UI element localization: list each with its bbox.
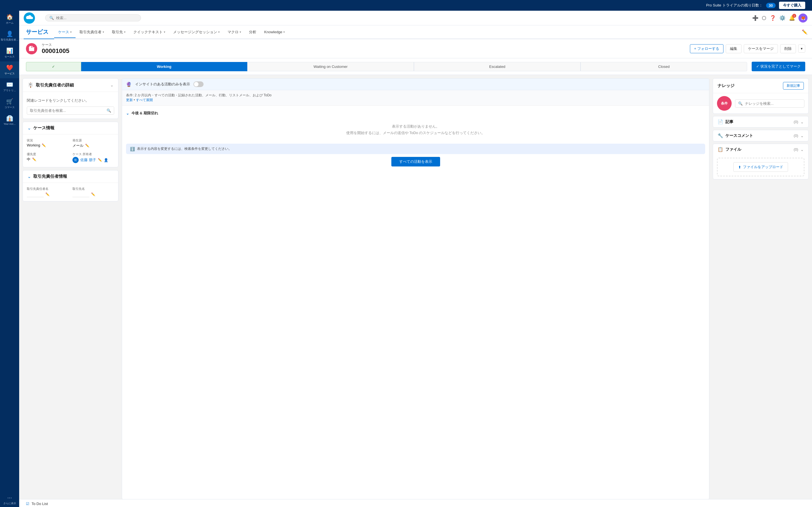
contact-info-title: 取引先責任者情報 [33, 174, 114, 179]
nav-item-accounts[interactable]: 取引先 ▾ [108, 27, 130, 38]
case-comments-icon: 🔧 [718, 133, 723, 138]
main-area: 🔍 ➕ ⬡ ❓ ⚙️ 🔔 1 🦊 サービス ケース ▾ [19, 11, 812, 507]
contact-search-box[interactable]: 🔍 [27, 107, 114, 115]
update-filter-link[interactable]: 更新 [126, 98, 133, 102]
contact-panel-title: 取引先責任者の詳細 [36, 82, 108, 88]
waiting-label: Waiting on Customer [313, 64, 348, 69]
case-comments-chevron[interactable]: ⌄ [801, 133, 804, 138]
case-comments-count: (0) [794, 133, 798, 138]
edit-button[interactable]: 編集 [726, 44, 742, 53]
nav-analytics-label: 分析 [249, 30, 256, 35]
sidebar-item-account[interactable]: 👔 Your Acc... [0, 112, 19, 128]
nav-item-knowledge[interactable]: Knowledge ▾ [260, 27, 289, 37]
nav-item-quicktext[interactable]: クイックテキスト ▾ [130, 27, 169, 38]
sidebar-item-more[interactable]: ··· さらに表示 [0, 492, 19, 507]
nav-item-analytics[interactable]: 分析 [245, 27, 260, 38]
status-step-escalated[interactable]: Escalated [414, 62, 580, 71]
expand-all-link[interactable]: すべて展開 [136, 98, 153, 102]
complete-status-button[interactable]: ✓ 状況を完了としてマーク [752, 62, 805, 71]
file-upload-button[interactable]: ⬆ ファイルをアップロード [733, 162, 788, 172]
home-icon: 🏠 [6, 13, 13, 20]
nav-item-macro[interactable]: マクロ ▾ [223, 27, 245, 38]
insight-toggle-switch[interactable] [193, 81, 204, 87]
contact-search-input[interactable] [30, 108, 104, 113]
more-actions-button[interactable]: ▾ [798, 45, 805, 53]
user-avatar[interactable]: 🦊 [799, 13, 808, 22]
priority-value-row: 中 ✏️ [27, 157, 68, 162]
owner-edit-icon[interactable]: ✏️ [98, 158, 102, 162]
priority-edit-icon[interactable]: ✏️ [32, 158, 36, 161]
settings-icon[interactable]: ⚙️ [779, 15, 785, 21]
nav-accounts-label: 取引先 [112, 30, 123, 35]
merge-button[interactable]: ケースをマージ [744, 44, 778, 53]
search-icon: 🔍 [49, 16, 54, 20]
sidebar-item-outreach[interactable]: ✉️ アウトリ... [0, 78, 19, 95]
owner-avatar: 佐 [72, 157, 79, 163]
case-title-area: ケース 00001005 [42, 43, 69, 55]
sidebar-label-more: さらに表示 [3, 502, 16, 505]
insight-toggle-label: インサイトのある活動のみを表示 [135, 82, 190, 87]
sidebar-item-commerce[interactable]: 🛒 コマース [0, 95, 19, 112]
escalated-label: Escalated [489, 64, 505, 69]
delete-button[interactable]: 削除 [780, 44, 796, 53]
sidebar-item-service[interactable]: ❤️ サービス [0, 61, 19, 78]
articles-panel: 📄 記事 (0) ⌄ [713, 116, 809, 128]
nav-service-label[interactable]: サービス [24, 25, 54, 39]
nav-item-messaging[interactable]: メッセージングセッション ▾ [169, 27, 223, 38]
knowledge-search-row: 条件 🔍 [713, 93, 808, 114]
add-icon[interactable]: ➕ [752, 15, 758, 21]
contact-panel-chevron[interactable]: ⌄ [110, 83, 114, 87]
notifications-icon[interactable]: 🔔 1 [789, 15, 795, 21]
case-info-chevron-left: ⌄ [28, 125, 31, 131]
case-info-header[interactable]: ⌄ ケース情報 [23, 122, 118, 134]
status-step-check[interactable]: ✓ [26, 62, 81, 71]
activity-section-header[interactable]: ⌄ 今後 & 期限切れ [126, 108, 705, 118]
activity-info-box: ℹ️ 表示する内容を変更するには、検索条件を変更してください。 [126, 144, 705, 154]
articles-chevron[interactable]: ⌄ [801, 120, 804, 124]
contact-name-edit-icon[interactable]: ✏️ [45, 192, 50, 196]
upload-icon: ⬆ [738, 165, 741, 169]
new-article-button[interactable]: 新規記事 [783, 82, 804, 90]
contact-panel-header[interactable]: 🪧 取引先責任者の詳細 ⌄ [23, 78, 118, 92]
account-name-edit-icon[interactable]: ✏️ [91, 192, 95, 196]
nav-item-cases[interactable]: ケース ▾ [54, 27, 75, 38]
help-icon[interactable]: ❓ [770, 15, 776, 21]
status-step-working[interactable]: Working [81, 62, 247, 71]
owner-value[interactable]: 佐藤 朋子 [80, 158, 96, 163]
empty-line1: 表示する活動がありません。 [126, 123, 705, 129]
source-field: 発生源 メール ✏️ [72, 138, 114, 148]
follow-button[interactable]: + フォローする [690, 44, 723, 53]
search-input[interactable] [56, 16, 137, 20]
nav-item-contacts[interactable]: 取引先責任者 ▾ [75, 27, 108, 38]
sidebar-item-home[interactable]: 🏠 ホーム [0, 11, 19, 27]
working-label: Working [157, 64, 171, 69]
articles-title: 記事 [725, 119, 792, 124]
knowledge-search-input[interactable] [745, 101, 801, 106]
status-step-waiting[interactable]: Waiting on Customer [247, 62, 414, 71]
knowledge-search-box[interactable]: 🔍 [735, 100, 804, 108]
todo-label: To Do List [32, 502, 48, 506]
nav-quicktext-label: クイックテキスト [133, 30, 163, 35]
owner-change-icon[interactable]: 👤 [104, 158, 108, 162]
show-all-activities-button[interactable]: すべての活動を表示 [391, 157, 440, 166]
trial-buy-button[interactable]: 今すぐ購入 [779, 2, 805, 9]
app-header: 🔍 ➕ ⬡ ❓ ⚙️ 🔔 1 🦊 [19, 11, 812, 25]
search-bar[interactable]: 🔍 [45, 14, 141, 21]
files-chevron[interactable]: ⌄ [801, 147, 804, 152]
account-name-field: 取引先名 ✏️ [72, 187, 114, 197]
articles-header[interactable]: 📄 記事 (0) ⌄ [713, 116, 808, 127]
contact-info-header[interactable]: ⌄ 取引先責任者情報 [23, 170, 118, 183]
trial-days-badge: 30 [766, 3, 776, 8]
nav-edit-icon[interactable]: ✏️ [802, 29, 808, 35]
app-launcher-icon[interactable]: ⬡ [762, 15, 766, 21]
files-header[interactable]: 📋 ファイル (0) ⌄ [713, 144, 808, 155]
status-step-closed[interactable]: Closed [580, 62, 747, 71]
sidebar-item-contacts[interactable]: 👤 取引先責任者... [0, 27, 19, 45]
source-edit-icon[interactable]: ✏️ [85, 144, 89, 148]
content-grid: 🪧 取引先責任者の詳細 ⌄ 関連レコードをリンクしてください。 🔍 [19, 75, 812, 503]
status-edit-icon[interactable]: ✏️ [42, 144, 46, 147]
case-comments-header[interactable]: 🔧 ケースコメント (0) ⌄ [713, 130, 808, 141]
sidebar-item-sales[interactable]: 📊 セールス [0, 45, 19, 61]
contact-info-panel: ⌄ 取引先責任者情報 取引先責任者名 ✏️ [22, 170, 118, 202]
sidebar: 🏠 ホーム 👤 取引先責任者... 📊 セールス ❤️ サービス ✉️ アウトリ… [0, 11, 19, 507]
